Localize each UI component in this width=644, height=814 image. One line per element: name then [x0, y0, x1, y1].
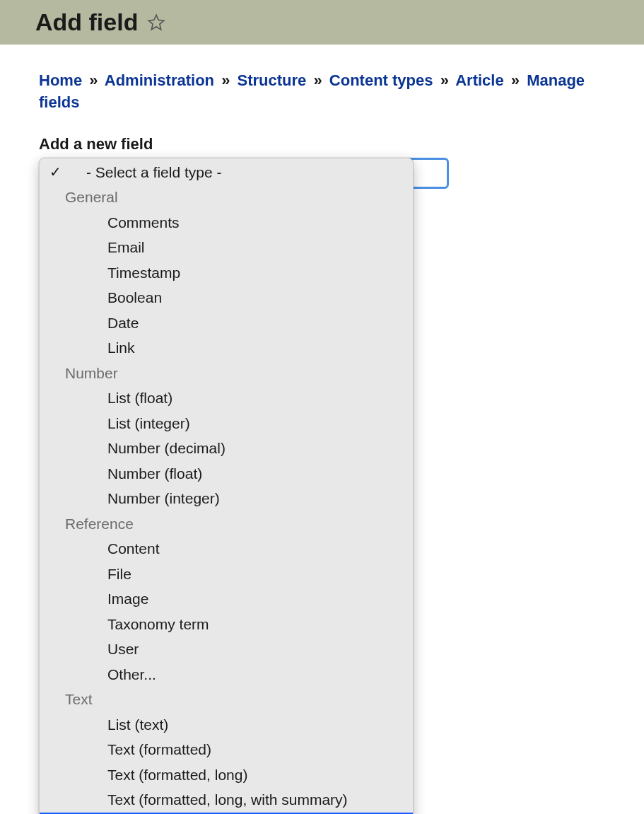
- dropdown-optgroup: General: [40, 185, 413, 210]
- field-type-dropdown-list[interactable]: ✓- Select a field type -GeneralCommentsE…: [39, 158, 414, 814]
- breadcrumb-separator: »: [313, 71, 322, 89]
- breadcrumb: Home » Administration » Structure » Cont…: [39, 70, 609, 114]
- dropdown-option[interactable]: List (float): [40, 385, 413, 411]
- breadcrumb-content-types[interactable]: Content types: [329, 71, 433, 89]
- dropdown-option[interactable]: Text (formatted): [40, 737, 413, 762]
- breadcrumb-separator: »: [89, 71, 98, 89]
- content-area: Home » Administration » Structure » Cont…: [0, 45, 644, 814]
- dropdown-optgroup: Reference: [40, 511, 413, 537]
- dropdown-option[interactable]: Taxonomy term: [40, 612, 413, 637]
- dropdown-option[interactable]: Text (formatted, long, with summary): [40, 787, 413, 813]
- dropdown-option[interactable]: Content: [40, 536, 413, 562]
- svg-marker-0: [149, 15, 165, 30]
- dropdown-option[interactable]: User: [40, 636, 413, 662]
- breadcrumb-article[interactable]: Article: [455, 71, 503, 89]
- dropdown-option[interactable]: Number (float): [40, 461, 413, 487]
- dropdown-optgroup: Number: [40, 361, 413, 386]
- dropdown-option[interactable]: List (text): [40, 712, 413, 738]
- breadcrumb-administration[interactable]: Administration: [105, 71, 214, 89]
- dropdown-placeholder-label: - Select a field type -: [86, 164, 221, 180]
- dropdown-option[interactable]: Boolean: [40, 285, 413, 310]
- dropdown-placeholder-option[interactable]: ✓- Select a field type -: [40, 160, 413, 185]
- page-header: Add field: [0, 0, 644, 45]
- dropdown-option[interactable]: Text (formatted, long): [40, 762, 413, 788]
- dropdown-option[interactable]: Timestamp: [40, 260, 413, 286]
- dropdown-option[interactable]: Image: [40, 586, 413, 612]
- breadcrumb-separator: »: [511, 71, 520, 89]
- dropdown-option[interactable]: Number (integer): [40, 486, 413, 511]
- check-icon: ✓: [49, 161, 62, 182]
- breadcrumb-structure[interactable]: Structure: [238, 71, 307, 89]
- section-heading: Add a new field: [39, 135, 609, 153]
- breadcrumb-home[interactable]: Home: [39, 71, 82, 89]
- dropdown-option[interactable]: List (integer): [40, 411, 413, 436]
- dropdown-option[interactable]: Comments: [40, 210, 413, 236]
- dropdown-option[interactable]: Link: [40, 335, 413, 361]
- dropdown-option[interactable]: Email: [40, 235, 413, 260]
- dropdown-option[interactable]: Date: [40, 310, 413, 336]
- star-icon[interactable]: [146, 13, 166, 33]
- breadcrumb-separator: »: [221, 71, 230, 89]
- field-type-select-wrapper: ✓- Select a field type -GeneralCommentsE…: [39, 158, 609, 814]
- dropdown-option[interactable]: File: [40, 562, 413, 587]
- dropdown-option[interactable]: Other...: [40, 662, 413, 687]
- page-title: Add field: [35, 8, 138, 36]
- dropdown-option[interactable]: Number (decimal): [40, 436, 413, 461]
- dropdown-optgroup: Text: [40, 687, 413, 712]
- breadcrumb-separator: »: [440, 71, 449, 89]
